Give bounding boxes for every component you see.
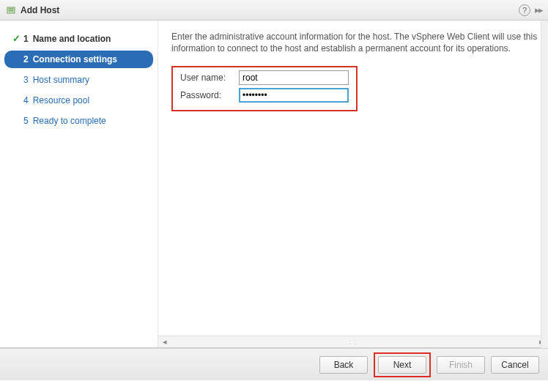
back-button[interactable]: Back <box>319 356 368 374</box>
step-label: Name and location <box>33 34 111 44</box>
next-button[interactable]: Next <box>378 356 426 374</box>
horizontal-scrollbar[interactable]: ◂ : : ▸ <box>158 336 548 347</box>
help-icon[interactable]: ? <box>519 4 530 16</box>
step-label: Host summary <box>33 75 89 85</box>
credentials-highlight: User name: Password: <box>171 66 358 111</box>
wizard-content: Enter the administrative account informa… <box>158 21 548 347</box>
scroll-grip[interactable]: : : <box>170 339 536 346</box>
window-title: Add Host <box>21 5 519 15</box>
wizard-body: ✓ 1 Name and location 2 Connection setti… <box>0 21 548 348</box>
step-name-and-location[interactable]: ✓ 1 Name and location <box>4 29 153 48</box>
step-number: 3 <box>23 75 29 85</box>
step-resource-pool[interactable]: 4 Resource pool <box>4 92 153 109</box>
check-icon: ✓ <box>12 33 21 44</box>
step-label: Ready to complete <box>33 116 106 126</box>
username-input[interactable] <box>239 70 349 85</box>
step-connection-settings[interactable]: 2 Connection settings <box>4 51 153 68</box>
step-host-summary[interactable]: 3 Host summary <box>4 71 153 89</box>
expand-icon[interactable]: ▸▸ <box>535 4 542 15</box>
titlebar: Add Host ? ▸▸ <box>0 0 548 21</box>
username-row: User name: <box>180 70 349 85</box>
step-label: Resource pool <box>33 95 89 106</box>
vertical-scrollbar[interactable] <box>541 21 548 348</box>
next-button-highlight: Next <box>374 352 431 377</box>
wizard-footer: Back Next Finish Cancel <box>0 348 548 380</box>
finish-button: Finish <box>437 356 485 374</box>
step-ready-to-complete[interactable]: 5 Ready to complete <box>4 112 153 130</box>
step-number: 1 <box>23 34 29 44</box>
scroll-left-arrow[interactable]: ◂ <box>160 337 170 347</box>
username-label: User name: <box>180 73 239 83</box>
step-label: Connection settings <box>33 54 117 64</box>
step-number: 2 <box>23 54 29 64</box>
password-label: Password: <box>180 90 239 100</box>
svg-rect-2 <box>9 10 14 12</box>
password-input[interactable] <box>239 88 349 103</box>
password-row: Password: <box>180 88 349 103</box>
svg-rect-1 <box>9 8 14 10</box>
wizard-steps-sidebar: ✓ 1 Name and location 2 Connection setti… <box>0 21 158 347</box>
step-number: 4 <box>23 95 29 106</box>
instruction-text: Enter the administrative account informa… <box>171 31 538 54</box>
host-icon <box>6 5 16 15</box>
step-number: 5 <box>23 116 29 126</box>
cancel-button[interactable]: Cancel <box>491 356 539 374</box>
